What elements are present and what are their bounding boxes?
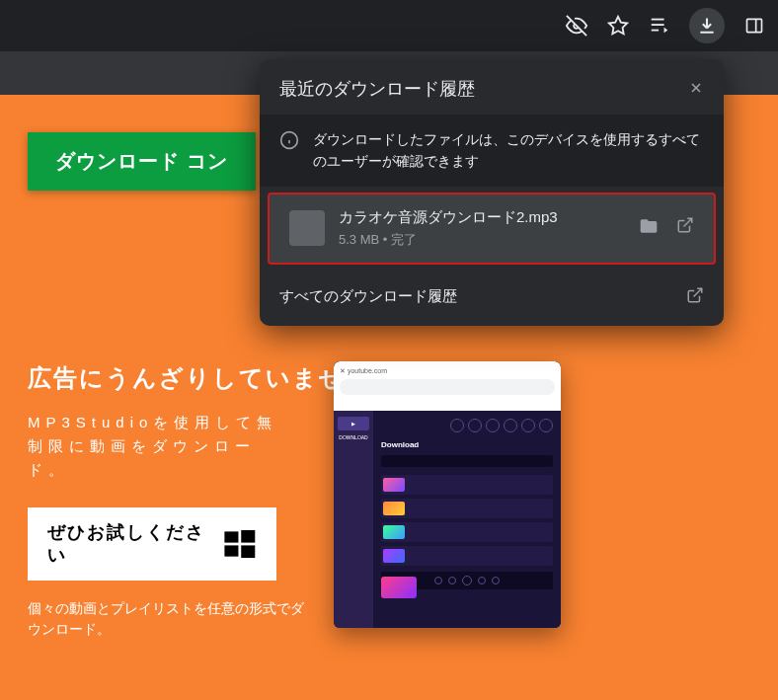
popup-footer: すべてのダウンロード履歴: [260, 271, 724, 326]
downloads-popup: 最近のダウンロード履歴 ダウンロードしたファイルは、このデバイスを使用するすべて…: [260, 59, 724, 326]
preview-browser-chrome: ✕ youtube.com: [334, 361, 561, 411]
sidepanel-icon[interactable]: [742, 14, 766, 38]
windows-icon: [223, 527, 257, 561]
file-name: カラオケ音源ダウンロード2.mp3: [339, 208, 625, 227]
open-external-icon[interactable]: [686, 286, 704, 308]
open-external-icon[interactable]: [676, 216, 694, 240]
svg-rect-2: [652, 19, 664, 21]
promo-subheading: MP3Studioを使用して無制限に動画をダウンロード。: [28, 411, 284, 482]
file-meta: 5.3 MB • 完了: [339, 231, 625, 249]
download-converter-button[interactable]: ダウンロード コン: [28, 132, 256, 191]
try-button-label: ぜひお試しください: [47, 521, 223, 568]
close-icon[interactable]: [688, 78, 704, 101]
file-actions: [639, 216, 694, 240]
promo-section: 広告にうんざりしていませんか？ MP3Studioを使用して無制限に動画をダウン…: [28, 361, 571, 640]
download-item[interactable]: カラオケ音源ダウンロード2.mp3 5.3 MB • 完了: [268, 193, 716, 265]
preview-now-playing-thumb: [381, 577, 417, 598]
svg-rect-3: [652, 24, 664, 26]
incognito-icon[interactable]: [565, 14, 588, 38]
promo-footer-text: 個々の動画とプレイリストを任意の形式でダウンロード。: [28, 598, 304, 640]
svg-rect-8: [242, 530, 256, 543]
popup-header: 最近のダウンロード履歴: [260, 59, 724, 115]
svg-rect-5: [747, 19, 762, 32]
browser-toolbar: [0, 0, 778, 51]
popup-info-banner: ダウンロードしたファイルは、このデバイスを使用するすべてのユーザーが確認できます: [260, 115, 724, 187]
info-text: ダウンロードしたファイルは、このデバイスを使用するすべてのユーザーが確認できます: [313, 128, 704, 173]
file-thumbnail: [289, 210, 325, 246]
svg-line-16: [684, 219, 692, 227]
preview-screenshot: ✕ youtube.com ▶ DOWNLOAD Downl: [334, 361, 561, 628]
file-info: カラオケ音源ダウンロード2.mp3 5.3 MB • 完了: [339, 208, 625, 249]
svg-rect-7: [225, 531, 239, 542]
svg-rect-4: [652, 30, 659, 32]
svg-marker-1: [609, 17, 627, 34]
svg-rect-10: [242, 545, 256, 558]
media-control-icon[interactable]: [648, 14, 671, 38]
preview-sidebar: ▶ DOWNLOAD: [334, 411, 373, 628]
popup-title: 最近のダウンロード履歴: [279, 77, 475, 101]
folder-icon[interactable]: [639, 216, 659, 240]
bookmark-star-icon[interactable]: [606, 14, 630, 38]
try-button[interactable]: ぜひお試しください: [28, 507, 276, 582]
svg-line-17: [694, 288, 702, 296]
all-downloads-link[interactable]: すべてのダウンロード履歴: [279, 287, 457, 306]
downloads-icon[interactable]: [689, 8, 725, 43]
svg-rect-9: [225, 545, 239, 556]
info-icon: [279, 130, 299, 154]
